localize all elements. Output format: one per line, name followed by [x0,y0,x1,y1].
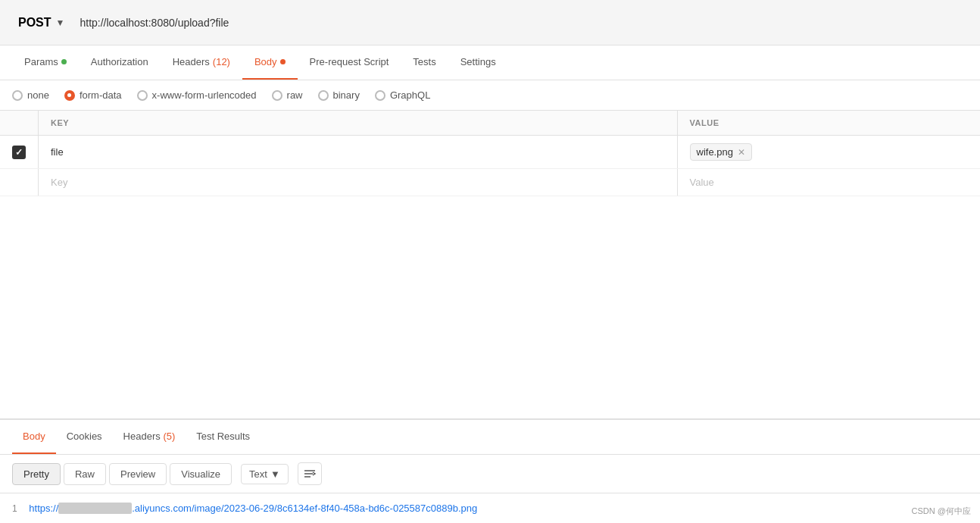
radio-none-label: none [27,89,49,101]
col-value: VALUE [677,111,980,136]
tab-params-label: Params [24,56,58,67]
headers-count: (12) [213,56,230,67]
row1-file-value: wife.png ✕ [690,143,752,161]
row1-checkbox[interactable] [12,146,26,159]
line-number-1: 1 [12,503,17,514]
tab-tests-label: Tests [413,56,435,67]
body-type-selector: none form-data x-www-form-urlencoded raw… [0,80,980,111]
url-input[interactable] [76,14,968,32]
radio-form-data-label: form-data [80,89,122,101]
radio-graphql[interactable]: GraphQL [375,89,430,101]
tab-authorization-label: Authorization [91,56,148,67]
response-headers-count: (5) [163,431,175,442]
watermark: CSDN @何中应 [912,506,971,517]
tab-params[interactable]: Params [12,45,79,80]
tab-settings[interactable]: Settings [448,45,508,80]
response-tab-body[interactable]: Body [12,420,56,454]
url-censored-part: ████ [58,503,132,514]
wrap-svg [303,467,317,481]
table-row: file wife.png ✕ [0,136,980,169]
row2-value-cell[interactable]: Value [677,169,980,196]
response-section: Body Cookies Headers (5) Test Results Pr… [0,418,980,523]
request-tab-bar: Params Authorization Headers (12) Body P… [0,45,980,80]
tab-authorization[interactable]: Authorization [79,45,161,80]
radio-none[interactable]: none [12,89,49,101]
tab-settings-label: Settings [460,56,496,67]
radio-form-data[interactable]: form-data [64,89,122,101]
body-dot [280,59,286,64]
response-tab-cookies-label: Cookies [67,431,102,442]
method-label: POST [18,16,51,30]
response-url-link[interactable]: https://████.aliyuncs.com/image/2023-06-… [29,503,477,514]
response-tab-body-label: Body [23,431,45,442]
response-tab-cookies[interactable]: Cookies [56,420,113,454]
response-tab-bar: Body Cookies Headers (5) Test Results [0,420,980,455]
radio-none-circle [12,90,23,101]
radio-urlencoded-circle [137,90,148,101]
row1-file-remove[interactable]: ✕ [738,147,745,158]
table-row: Key Value [0,169,980,196]
tab-body[interactable]: Body [242,45,298,80]
row2-key-placeholder: Key [51,177,67,188]
radio-urlencoded[interactable]: x-www-form-urlencoded [137,89,257,101]
url-bar: POST ▼ [0,0,980,45]
row1-filename: wife.png [697,146,733,158]
method-selector[interactable]: POST ▼ [12,13,70,33]
response-content: 1 https://████.aliyuncs.com/image/2023-0… [0,493,980,523]
response-toolbar: Pretty Raw Preview Visualize Text ▼ [0,455,980,493]
radio-raw[interactable]: raw [272,89,303,101]
form-data-table: KEY VALUE file wife.png ✕ [0,111,980,196]
row1-key: file [51,146,64,158]
params-dot [61,59,67,64]
radio-binary-circle [318,90,329,101]
radio-urlencoded-label: x-www-form-urlencoded [152,89,257,101]
row1-checkbox-cell[interactable] [0,136,39,169]
format-preview-button[interactable]: Preview [109,463,167,485]
row1-value-cell[interactable]: wife.png ✕ [677,136,980,169]
row1-key-cell[interactable]: file [39,136,678,169]
col-key: KEY [39,111,678,136]
row2-checkbox-cell [0,169,39,196]
format-raw-button[interactable]: Raw [64,463,106,485]
radio-graphql-circle [375,90,385,101]
response-tab-headers[interactable]: Headers (5) [113,420,186,454]
format-visualize-button[interactable]: Visualize [170,463,232,485]
response-tab-headers-label: Headers [123,431,161,442]
text-type-label: Text [249,468,267,480]
method-chevron: ▼ [56,17,65,28]
row2-value-placeholder: Value [690,177,714,188]
tab-prerequest[interactable]: Pre-request Script [298,45,401,80]
wrap-icon[interactable] [298,462,322,485]
tab-prerequest-label: Pre-request Script [310,56,389,67]
format-pretty-button[interactable]: Pretty [12,463,61,485]
radio-raw-label: raw [287,89,303,101]
text-type-selector[interactable]: Text ▼ [241,464,289,484]
tab-tests[interactable]: Tests [401,45,448,80]
radio-binary-label: binary [333,89,360,101]
col-checkbox [0,111,39,136]
tab-headers[interactable]: Headers (12) [161,45,242,80]
body-spacer [0,196,980,418]
response-tab-testresults-label: Test Results [196,431,250,442]
row2-key-cell[interactable]: Key [39,169,678,196]
radio-graphql-label: GraphQL [390,89,430,101]
text-type-chevron: ▼ [270,468,280,480]
response-tab-testresults[interactable]: Test Results [186,420,261,454]
radio-binary[interactable]: binary [318,89,360,101]
radio-form-data-circle [64,90,75,101]
tab-headers-label: Headers [173,56,210,67]
tab-body-label: Body [254,56,277,67]
radio-raw-circle [272,90,282,101]
